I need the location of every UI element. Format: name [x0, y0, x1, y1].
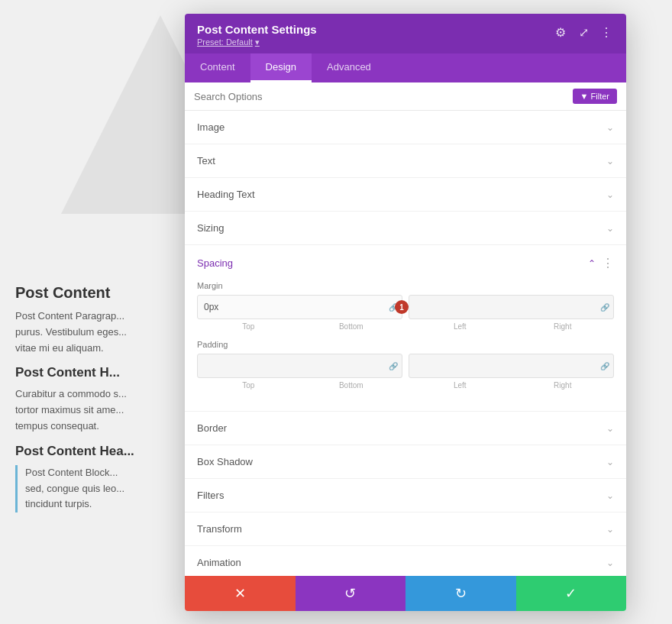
margin-right-input[interactable] — [409, 295, 614, 319]
modal-content[interactable]: Image ⌄ Text ⌄ Heading Text ⌄ Sizing ⌄ S… — [185, 111, 626, 576]
chevron-down-icon: ⌄ — [606, 223, 614, 234]
tab-design[interactable]: Design — [250, 53, 312, 82]
section-transform[interactable]: Transform ⌄ — [185, 512, 626, 546]
section-animation[interactable]: Animation ⌄ — [185, 546, 626, 576]
redo-button[interactable]: ↻ — [405, 576, 516, 611]
filter-button[interactable]: ▼ Filter — [573, 89, 617, 104]
section-text-label: Text — [197, 155, 215, 167]
padding-top-bottom-row: 🔗 🔗 — [197, 354, 614, 378]
margin-bottom-label: Bottom — [300, 322, 403, 331]
section-spacing: Spacing ⌃ ⋮ Margin 🔗 1 — [185, 245, 626, 412]
padding-right-label: Right — [512, 381, 615, 390]
bg-paragraph-2: Curabitur a commodo s... tortor maximus … — [15, 386, 199, 434]
expand-icon[interactable]: ⤢ — [576, 24, 591, 40]
section-sizing[interactable]: Sizing ⌄ — [185, 212, 626, 245]
search-input[interactable] — [194, 91, 573, 102]
more-options-icon[interactable]: ⋮ — [602, 256, 614, 270]
more-icon[interactable]: ⋮ — [599, 24, 614, 40]
modal-tabs: Content Design Advanced — [185, 53, 626, 82]
margin-labels: Top Bottom Left Right — [197, 322, 614, 331]
section-heading-text-label: Heading Text — [197, 189, 255, 200]
padding-labels: Top Bottom Left Right — [197, 381, 614, 390]
section-heading-text[interactable]: Heading Text ⌄ — [185, 178, 626, 212]
modal-title: Post Content Settings — [197, 23, 317, 36]
chevron-down-icon: ⌄ — [606, 423, 614, 434]
padding-left-label: Left — [409, 381, 512, 390]
modal: Post Content Settings Preset: Default ▾ … — [185, 14, 626, 611]
section-sizing-label: Sizing — [197, 222, 224, 234]
padding-bottom-label: Bottom — [300, 381, 403, 390]
tab-advanced[interactable]: Advanced — [312, 53, 386, 82]
modal-header: Post Content Settings Preset: Default ▾ … — [185, 14, 626, 53]
section-filters[interactable]: Filters ⌄ — [185, 479, 626, 512]
modal-title-area: Post Content Settings Preset: Default ▾ — [197, 23, 317, 47]
undo-button[interactable]: ↺ — [296, 576, 406, 611]
spacing-header[interactable]: Spacing ⌃ ⋮ — [185, 245, 626, 281]
margin-top-bottom-row: 🔗 1 🔗 — [197, 295, 614, 319]
padding-left-right-labels: Left Right — [409, 381, 614, 390]
section-border-label: Border — [197, 422, 227, 434]
section-image[interactable]: Image ⌄ — [185, 111, 626, 144]
spacing-content: Margin 🔗 1 🔗 — [185, 281, 626, 411]
margin-group: Margin 🔗 1 🔗 — [197, 281, 614, 331]
modal-preset: Preset: Default ▾ — [197, 37, 317, 47]
padding-group: Padding 🔗 🔗 Top — [197, 340, 614, 390]
section-box-shadow[interactable]: Box Shadow ⌄ — [185, 445, 626, 479]
chevron-down-icon: ⌄ — [606, 524, 614, 535]
section-box-shadow-label: Box Shadow — [197, 456, 253, 467]
section-border[interactable]: Border ⌄ — [185, 412, 626, 445]
padding-top-bottom-labels: Top Bottom — [197, 381, 402, 390]
margin-top-input[interactable] — [197, 295, 402, 319]
padding-right-input[interactable] — [409, 354, 614, 378]
margin-left-right-labels: Left Right — [409, 322, 614, 331]
link-icon[interactable]: 🔗 — [600, 362, 609, 370]
cancel-button[interactable]: ✕ — [185, 576, 296, 611]
section-text[interactable]: Text ⌄ — [185, 144, 626, 178]
background-text: Post Content Post Content Paragrap... pu… — [15, 283, 199, 512]
margin-badge: 1 — [395, 300, 409, 314]
margin-top-bottom-labels: Top Bottom — [197, 322, 402, 331]
section-image-label: Image — [197, 121, 225, 133]
margin-left-label: Left — [409, 322, 512, 331]
spacing-header-left: Spacing — [197, 257, 233, 269]
margin-top-label: Top — [197, 322, 300, 331]
padding-top-label: Top — [197, 381, 300, 390]
chevron-down-icon: ⌄ — [606, 122, 614, 133]
chevron-down-icon: ⌄ — [606, 457, 614, 467]
modal-header-icons: ⚙ ⤢ ⋮ — [553, 24, 614, 40]
bg-heading-3: Post Content Hea... — [15, 444, 199, 459]
padding-label: Padding — [197, 340, 614, 349]
bg-heading-1: Post Content — [15, 283, 199, 302]
settings-icon[interactable]: ⚙ — [553, 24, 568, 40]
section-transform-label: Transform — [197, 523, 242, 535]
section-filters-label: Filters — [197, 490, 224, 501]
link-icon[interactable]: 🔗 — [389, 362, 398, 370]
bg-heading-2: Post Content H... — [15, 365, 199, 380]
margin-top-bottom-pair: 🔗 1 — [197, 295, 402, 319]
chevron-down-icon: ⌄ — [606, 189, 614, 200]
chevron-down-icon: ⌄ — [606, 558, 614, 568]
chevron-down-icon: ⌄ — [606, 490, 614, 501]
modal-search-bar: ▼ Filter — [185, 82, 626, 111]
bg-blockquote: Post Content Block... sed, congue quis l… — [15, 465, 199, 512]
confirm-button[interactable]: ✓ — [516, 576, 627, 611]
modal-footer: ✕ ↺ ↻ ✓ — [185, 576, 626, 611]
section-animation-label: Animation — [197, 557, 241, 568]
link-icon[interactable]: 🔗 — [600, 303, 609, 312]
margin-left-right-pair: 🔗 — [409, 295, 614, 319]
padding-top-bottom-pair: 🔗 — [197, 354, 402, 378]
padding-left-right-pair: 🔗 — [409, 354, 614, 378]
chevron-up-icon: ⌃ — [588, 258, 596, 269]
tab-content[interactable]: Content — [185, 53, 250, 82]
padding-top-input[interactable] — [197, 354, 402, 378]
margin-label: Margin — [197, 281, 614, 290]
chevron-down-icon: ⌄ — [606, 156, 614, 167]
bg-paragraph-1: Post Content Paragrap... purus. Vestibul… — [15, 309, 199, 356]
spacing-label: Spacing — [197, 257, 233, 269]
margin-right-label: Right — [512, 322, 615, 331]
